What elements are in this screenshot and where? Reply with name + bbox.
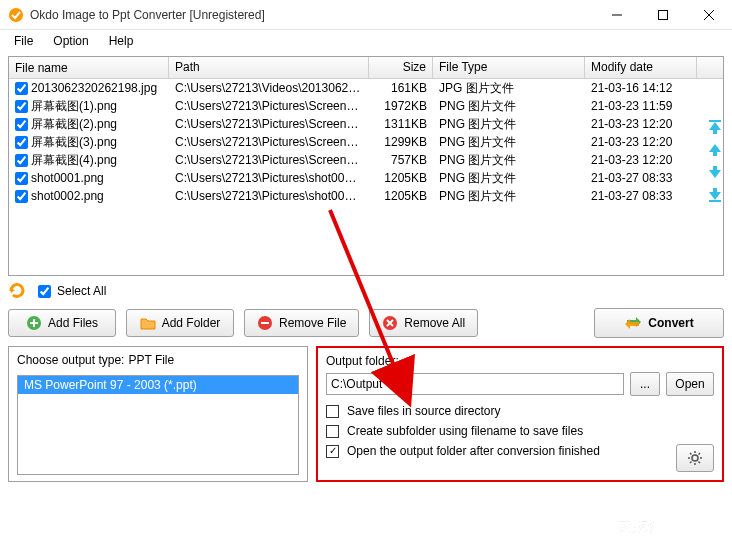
output-type-panel: Choose output type: PPT File MS PowerPoi… — [8, 346, 308, 482]
row-checkbox[interactable] — [15, 172, 28, 185]
output-type-listbox[interactable]: MS PowerPoint 97 - 2003 (*.ppt) — [17, 375, 299, 475]
cell-type: PNG 图片文件 — [433, 187, 585, 206]
row-checkbox[interactable] — [15, 82, 28, 95]
close-button[interactable] — [686, 0, 732, 30]
cell-size: 1311KB — [369, 116, 433, 132]
cell-size: 1205KB — [369, 188, 433, 204]
col-filetype[interactable]: File Type — [433, 57, 585, 78]
cell-path: C:\Users\27213\Pictures\shot0002.png — [169, 188, 369, 204]
table-row[interactable]: 2013062320262198.jpgC:\Users\27213\Video… — [9, 79, 723, 97]
open-after-checkbox[interactable]: ✓ — [326, 445, 339, 458]
browse-button[interactable]: ... — [630, 372, 660, 396]
remove-file-button[interactable]: Remove File — [244, 309, 359, 337]
cell-size: 1205KB — [369, 170, 433, 186]
cell-path: C:\Users\27213\Pictures\Screenshot... — [169, 152, 369, 168]
remove-all-button[interactable]: Remove All — [369, 309, 478, 337]
svg-rect-5 — [709, 120, 721, 122]
col-path[interactable]: Path — [169, 57, 369, 78]
convert-icon — [624, 314, 642, 332]
convert-label: Convert — [648, 316, 693, 330]
cell-date: 21-03-27 08:33 — [585, 170, 697, 186]
table-row[interactable]: 屏幕截图(1).pngC:\Users\27213\Pictures\Scree… — [9, 97, 723, 115]
svg-line-19 — [699, 453, 701, 455]
svg-rect-9 — [261, 322, 269, 324]
output-folder-panel: Output folder: ... Open Save files in so… — [316, 346, 724, 482]
save-source-checkbox[interactable] — [326, 405, 339, 418]
select-all-checkbox[interactable] — [38, 285, 51, 298]
row-checkbox[interactable] — [15, 100, 28, 113]
table-row[interactable]: shot0001.pngC:\Users\27213\Pictures\shot… — [9, 169, 723, 187]
cell-date: 21-03-16 14:12 — [585, 80, 697, 96]
output-type-label: Choose output type: — [17, 353, 124, 367]
minimize-button[interactable] — [594, 0, 640, 30]
maximize-button[interactable] — [640, 0, 686, 30]
cell-date: 21-03-23 12:20 — [585, 116, 697, 132]
cell-filename: 2013062320262198.jpg — [31, 81, 157, 95]
create-subfolder-label: Create subfolder using filename to save … — [347, 424, 583, 438]
cell-date: 21-03-23 12:20 — [585, 134, 697, 150]
remove-all-label: Remove All — [404, 316, 465, 330]
col-filename[interactable]: File name — [9, 57, 169, 78]
titlebar: Okdo Image to Ppt Converter [Unregistere… — [0, 0, 732, 30]
cell-type: PNG 图片文件 — [433, 169, 585, 188]
x-icon — [382, 315, 398, 331]
output-type-value: PPT File — [128, 353, 174, 371]
cell-date: 21-03-27 08:33 — [585, 188, 697, 204]
menu-file[interactable]: File — [6, 32, 41, 50]
output-folder-label: Output folder: — [326, 354, 714, 368]
cell-type: PNG 图片文件 — [433, 151, 585, 170]
cell-filename: 屏幕截图(4).png — [31, 152, 117, 169]
move-down-icon[interactable] — [707, 164, 723, 180]
col-size[interactable]: Size — [369, 57, 433, 78]
watermark: 下载吧 — [616, 497, 726, 546]
svg-line-16 — [690, 453, 692, 455]
svg-line-18 — [690, 462, 692, 464]
move-up-icon[interactable] — [707, 142, 723, 158]
plus-icon — [26, 315, 42, 331]
svg-rect-2 — [659, 10, 668, 19]
row-checkbox[interactable] — [15, 136, 28, 149]
cell-path: C:\Users\27213\Pictures\Screenshot... — [169, 98, 369, 114]
table-row[interactable]: 屏幕截图(2).pngC:\Users\27213\Pictures\Scree… — [9, 115, 723, 133]
row-checkbox[interactable] — [15, 154, 28, 167]
select-all-label: Select All — [57, 284, 106, 298]
settings-button[interactable] — [676, 444, 714, 472]
cell-date: 21-03-23 11:59 — [585, 98, 697, 114]
add-folder-button[interactable]: Add Folder — [126, 309, 234, 337]
cell-size: 161KB — [369, 80, 433, 96]
list-item[interactable]: MS PowerPoint 97 - 2003 (*.ppt) — [18, 376, 298, 394]
row-checkbox[interactable] — [15, 190, 28, 203]
move-top-icon[interactable] — [707, 120, 723, 136]
add-files-button[interactable]: Add Files — [8, 309, 116, 337]
convert-button[interactable]: Convert — [594, 308, 724, 338]
output-folder-input[interactable] — [326, 373, 624, 395]
cell-size: 757KB — [369, 152, 433, 168]
table-row[interactable]: 屏幕截图(3).pngC:\Users\27213\Pictures\Scree… — [9, 133, 723, 151]
open-after-label: Open the output folder after conversion … — [347, 444, 600, 458]
cell-size: 1299KB — [369, 134, 433, 150]
menu-help[interactable]: Help — [101, 32, 142, 50]
window-title: Okdo Image to Ppt Converter [Unregistere… — [30, 8, 594, 22]
gear-icon — [687, 450, 703, 466]
cell-filename: shot0001.png — [31, 171, 104, 185]
menu-option[interactable]: Option — [45, 32, 96, 50]
cell-date: 21-03-23 12:20 — [585, 152, 697, 168]
cell-path: C:\Users\27213\Pictures\Screenshot... — [169, 134, 369, 150]
add-files-label: Add Files — [48, 316, 98, 330]
create-subfolder-checkbox[interactable] — [326, 425, 339, 438]
svg-point-0 — [9, 8, 23, 22]
row-checkbox[interactable] — [15, 118, 28, 131]
table-row[interactable]: 屏幕截图(4).pngC:\Users\27213\Pictures\Scree… — [9, 151, 723, 169]
file-table[interactable]: File name Path Size File Type Modify dat… — [8, 56, 724, 276]
table-row[interactable]: shot0002.pngC:\Users\27213\Pictures\shot… — [9, 187, 723, 205]
reorder-controls — [705, 120, 725, 202]
open-folder-button[interactable]: Open — [666, 372, 714, 396]
cell-filename: 屏幕截图(3).png — [31, 134, 117, 151]
move-bottom-icon[interactable] — [707, 186, 723, 202]
cell-filename: 屏幕截图(2).png — [31, 116, 117, 133]
remove-file-label: Remove File — [279, 316, 346, 330]
refresh-icon[interactable] — [8, 282, 28, 300]
col-modify-date[interactable]: Modify date — [585, 57, 697, 78]
cell-filename: 屏幕截图(1).png — [31, 98, 117, 115]
cell-path: C:\Users\27213\Pictures\Screenshot... — [169, 116, 369, 132]
